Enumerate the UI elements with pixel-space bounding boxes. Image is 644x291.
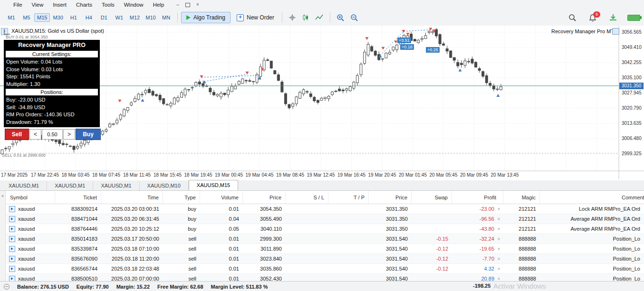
timeframe-m30[interactable]: M30 xyxy=(50,13,66,22)
cell-volume: 0.01 xyxy=(200,266,243,272)
col-symbol[interactable]: Symbol xyxy=(6,191,55,204)
col-price-open[interactable]: Price xyxy=(243,191,286,204)
timeframe-m10[interactable]: M10 xyxy=(143,13,158,22)
timeframe-m1[interactable]: M1 xyxy=(4,13,19,22)
cell-price_current: 3031.540 xyxy=(369,236,412,242)
position-type-icon xyxy=(9,256,15,262)
trade-buttons-row: Sell < 0.50 > Buy xyxy=(5,129,101,140)
col-tp[interactable]: T / P xyxy=(328,191,369,204)
cell-time: 2025.03.17 20:50:00 xyxy=(101,236,163,242)
col-swap[interactable]: Swap xyxy=(412,191,452,204)
col-type[interactable]: Type xyxy=(163,191,200,204)
margin-text: Margin: 15.22 xyxy=(116,284,150,290)
close-position-button[interactable]: × xyxy=(496,226,501,232)
crosshair-icon[interactable] xyxy=(288,13,297,22)
menu-window[interactable]: Window xyxy=(119,2,148,8)
close-icon[interactable]: × xyxy=(196,2,199,7)
volume-field[interactable]: 0.50 xyxy=(42,129,63,140)
volume-decrease-button[interactable]: < xyxy=(29,129,41,140)
cell-magic: 212121 xyxy=(503,206,540,212)
download-icon[interactable] xyxy=(609,14,617,21)
floating-profit-total: -198.25 xyxy=(473,283,490,289)
cell-price_current: 3031.350 xyxy=(369,226,412,232)
menu-file[interactable]: File xyxy=(9,2,27,8)
col-time[interactable]: Time xyxy=(101,191,163,204)
close-position-button[interactable]: × xyxy=(496,216,501,222)
algo-trading-button[interactable]: Algo Trading xyxy=(181,12,231,23)
position-row[interactable]: xauusd8356760902025.03.18 11:20:00sell0.… xyxy=(6,254,644,264)
chart-area[interactable]: ▼ XAUUSD,M15: Gold vs US Dollar (spot) B… xyxy=(0,26,644,180)
price-axis[interactable]: 3056.5653049.4103042.2553035.1003027.945… xyxy=(619,26,644,171)
buy-button[interactable]: Buy xyxy=(76,129,101,140)
toolbox-close-strip[interactable]: × xyxy=(0,191,6,281)
menu-tools[interactable]: Tools xyxy=(97,2,119,8)
close-position-button[interactable]: × xyxy=(496,246,501,252)
cell-volume: 0.01 xyxy=(200,206,243,212)
ea-name-label: Recovery Manager Pro MT5 xyxy=(551,28,617,34)
menu-charts[interactable]: Charts xyxy=(71,2,97,8)
notifications-bell-icon[interactable]: 6 xyxy=(589,14,596,22)
close-position-button[interactable]: × xyxy=(496,256,501,262)
cell-time: 2025.03.20 10:25:12 xyxy=(101,226,163,232)
timeframe-m5[interactable]: M5 xyxy=(19,13,34,22)
timeframe-w1[interactable]: W1 xyxy=(112,13,127,22)
menu-view[interactable]: View xyxy=(27,2,48,8)
chart-tab-active[interactable]: XAUUSD,M15 xyxy=(189,180,238,190)
menu-insert[interactable]: Insert xyxy=(48,2,71,8)
col-price-current[interactable]: Price xyxy=(369,191,412,204)
close-position-button[interactable]: × xyxy=(496,207,501,212)
position-type-icon xyxy=(9,266,15,272)
timeframe-m12[interactable]: M12 xyxy=(127,13,143,22)
close-position-button[interactable]: × xyxy=(496,266,501,272)
cell-ticket: 835014183 xyxy=(55,236,101,242)
close-position-button[interactable]: × xyxy=(496,236,501,242)
position-row[interactable]: xauusd8365657442025.03.18 22:03:48sell0.… xyxy=(6,264,644,274)
new-order-button[interactable]: + New Order xyxy=(232,12,279,23)
chart-tab[interactable]: XAUUSD,M10 xyxy=(140,181,189,190)
col-sl[interactable]: S / L xyxy=(286,191,328,204)
time-axis-label: 18 Mar 15:45 xyxy=(150,172,185,178)
position-type-icon xyxy=(9,206,15,212)
chart-tab[interactable]: XAUUSD,M1 xyxy=(1,181,47,190)
plus-icon: + xyxy=(237,14,244,21)
cell-comment: Position_Lo xyxy=(540,236,644,242)
cell-symbol: xauusd xyxy=(6,256,55,262)
time-axis[interactable]: 17 Mar 202517 Mar 22:4518 Mar 03:4518 Ma… xyxy=(0,172,619,180)
chart-tab[interactable]: XAUUSD,M1 xyxy=(93,181,139,190)
close-position-button[interactable]: × xyxy=(496,276,501,282)
timeframe-d1[interactable]: D1 xyxy=(96,13,112,22)
position-row[interactable]: xauusd8383092142025.03.20 03:00:31buy0.0… xyxy=(6,204,644,214)
setting-multiplier: Multiplier: 1.30 xyxy=(4,81,100,88)
col-volume[interactable]: Volume xyxy=(200,191,243,204)
ea-icon[interactable] xyxy=(612,28,619,35)
col-comment[interactable]: Comment xyxy=(540,191,644,204)
position-row[interactable]: xauusd8353398742025.03.18 07:10:00sell0.… xyxy=(6,244,644,254)
timeframe-h1[interactable]: H1 xyxy=(66,13,81,22)
cell-type: buy xyxy=(163,216,200,222)
col-profit[interactable]: Profit xyxy=(452,191,503,204)
col-magic[interactable]: Magic xyxy=(503,191,540,204)
cell-price: 3011.890 xyxy=(243,246,286,252)
minimize-icon[interactable]: – xyxy=(176,2,179,7)
volume-increase-button[interactable]: > xyxy=(63,129,75,140)
candlestick-mode-icon[interactable] xyxy=(301,13,310,22)
col-ticket[interactable]: Ticket xyxy=(55,191,101,204)
cell-price: 3035.860 xyxy=(243,266,286,272)
timeframe-h4[interactable]: H4 xyxy=(81,13,96,22)
position-row[interactable]: xauusd8384710442025.03.20 06:31:45buy0.0… xyxy=(6,214,644,224)
zoom-out-icon[interactable] xyxy=(350,13,359,22)
cell-symbol: xauusd xyxy=(6,246,55,252)
search-icon[interactable] xyxy=(568,13,577,22)
timeframe-m15[interactable]: M15 xyxy=(34,13,50,22)
chart-tab[interactable]: XAUUSD,M1 xyxy=(47,181,93,190)
zoom-in-icon[interactable] xyxy=(336,13,345,22)
sell-button[interactable]: Sell xyxy=(5,129,29,140)
position-row[interactable]: xauusd8387644462025.03.20 10:25:12buy0.0… xyxy=(6,224,644,234)
timeframe-mn[interactable]: MN xyxy=(159,13,174,22)
position-row[interactable]: xauusd8350141832025.03.17 20:50:00sell0.… xyxy=(6,234,644,244)
cell-magic: 212121 xyxy=(503,216,540,222)
restore-icon[interactable] xyxy=(185,3,190,7)
menu-help[interactable]: Help xyxy=(148,2,169,8)
line-chart-mode-icon[interactable] xyxy=(315,13,324,22)
cell-type: sell xyxy=(163,236,200,242)
